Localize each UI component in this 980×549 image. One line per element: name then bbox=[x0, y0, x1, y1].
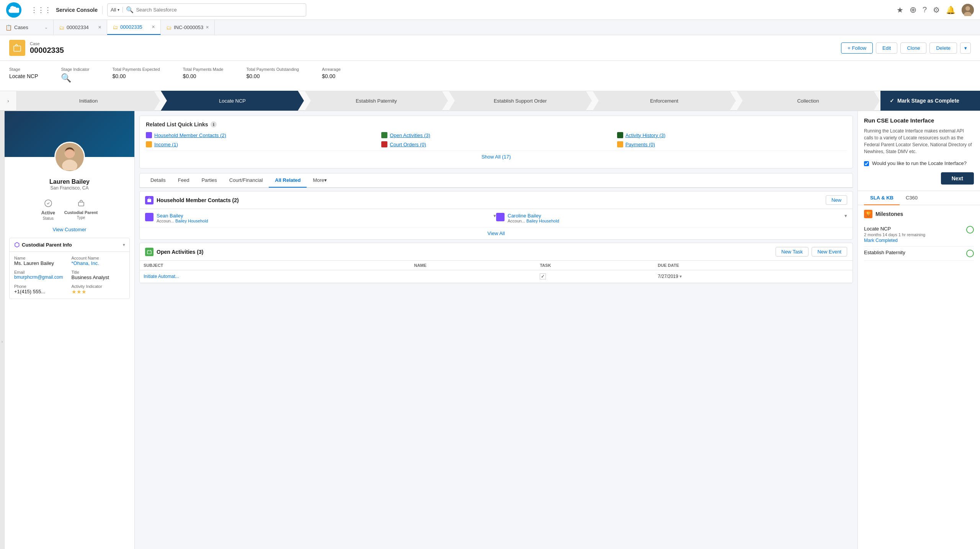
stage-step-initiation[interactable]: Initiation bbox=[17, 91, 160, 111]
ql-green-icon bbox=[381, 132, 387, 138]
tab-00002335-close[interactable]: ✕ bbox=[152, 25, 155, 29]
custodial-email-label: Email bbox=[14, 270, 68, 274]
search-scope-dropdown[interactable]: All ▾ bbox=[111, 7, 123, 13]
cse-checkbox-label: Would you like to run the Locate Interfa… bbox=[872, 160, 967, 166]
ql-activity-history[interactable]: Activity History (3) bbox=[617, 132, 846, 138]
milestone-establish-paternity-info: Establish Paternity bbox=[864, 250, 905, 255]
tab-00002335[interactable]: 🗂 00002335 ✕ bbox=[107, 20, 161, 35]
tab-court-financial[interactable]: Court/Financial bbox=[223, 173, 269, 188]
stage-step-collection[interactable]: Collection bbox=[737, 91, 880, 111]
tab-cases-close[interactable]: ⌄ bbox=[44, 25, 48, 30]
contact-caroline-dropdown[interactable]: ▾ bbox=[844, 213, 847, 219]
open-activities-icon bbox=[145, 248, 154, 256]
contact-name-sean[interactable]: Sean Bailey bbox=[157, 213, 208, 219]
tab-feed[interactable]: Feed bbox=[172, 173, 196, 188]
tab-inc-0000053[interactable]: 🗂 INC-0000053 ✕ bbox=[161, 20, 215, 35]
contact-sean-dropdown[interactable]: ▾ bbox=[493, 213, 496, 219]
activity-name bbox=[410, 270, 536, 283]
milestone-locate-ncp-link[interactable]: Mark Completed bbox=[864, 238, 925, 243]
contact-account-caroline[interactable]: Bailey Household bbox=[526, 219, 559, 223]
ql-open-activities[interactable]: Open Activities (3) bbox=[381, 132, 611, 138]
tab-more[interactable]: More▾ bbox=[307, 173, 333, 188]
c360-tab[interactable]: C360 bbox=[900, 191, 924, 205]
profile-banner bbox=[5, 111, 134, 157]
col-due-date: DUE DATE bbox=[654, 261, 853, 270]
stage-indicator-field: Stage Indicator 🔍 bbox=[61, 67, 89, 83]
search-input[interactable] bbox=[136, 7, 303, 13]
contact-name-caroline[interactable]: Caroline Bailey bbox=[508, 213, 559, 219]
custodial-collapse-btn[interactable]: ▾ bbox=[123, 243, 125, 247]
tab-cases[interactable]: 📋 Cases ⌄ bbox=[0, 20, 54, 35]
case-icon bbox=[9, 40, 25, 56]
view-customer[interactable]: View Customer bbox=[5, 224, 134, 235]
delete-button[interactable]: Delete bbox=[929, 42, 957, 54]
ql-court-orders[interactable]: Court Orders (0) bbox=[381, 141, 611, 147]
stage-step-locate-ncp[interactable]: Locate NCP bbox=[161, 91, 304, 111]
household-view-all[interactable]: View All bbox=[140, 227, 853, 239]
notifications-icon[interactable]: 🔔 bbox=[946, 5, 956, 15]
profile-info: Lauren Bailey San Francisco, CA bbox=[5, 175, 134, 195]
cse-checkbox-input[interactable] bbox=[864, 161, 869, 166]
ql-household-member-contacts[interactable]: Household Member Contacts (2) bbox=[146, 132, 375, 138]
activity-subject[interactable]: Initiate Automat... bbox=[140, 270, 410, 283]
help-icon[interactable]: ? bbox=[923, 5, 927, 14]
ql-court-orders-label: Court Orders (0) bbox=[390, 142, 426, 147]
quick-links-info-icon[interactable]: ℹ bbox=[211, 121, 217, 127]
add-icon[interactable]: ⊕ bbox=[910, 5, 916, 15]
ql-darkgreen-icon bbox=[617, 132, 623, 138]
ql-income[interactable]: Income (1) bbox=[146, 141, 375, 147]
clone-button[interactable]: Clone bbox=[900, 42, 926, 54]
settings-icon[interactable]: ⚙ bbox=[933, 5, 940, 15]
ql-payments[interactable]: Payments (0) bbox=[617, 141, 846, 147]
household-contacts-new-btn[interactable]: New bbox=[826, 195, 847, 205]
new-event-btn[interactable]: New Event bbox=[812, 247, 847, 257]
mark-stage-complete-button[interactable]: ✓ Mark Stage as Complete bbox=[880, 91, 980, 111]
total-payments-outstanding-label: Total Payments Outstanding bbox=[246, 67, 299, 72]
custodial-name-value: Ms. Lauren Bailey bbox=[14, 260, 68, 266]
tab-all-related[interactable]: All Related bbox=[269, 173, 307, 188]
stage-indicator-icon[interactable]: 🔍 bbox=[61, 73, 89, 83]
tab-inc-0000053-close[interactable]: ✕ bbox=[206, 25, 209, 30]
stage-step-enforcement[interactable]: Enforcement bbox=[593, 91, 736, 111]
household-contacts-title-text: Household Member Contacts (2) bbox=[157, 197, 239, 203]
salesforce-logo[interactable] bbox=[6, 2, 21, 18]
tab-parties[interactable]: Parties bbox=[195, 173, 223, 188]
profile-type-label: Type bbox=[77, 216, 85, 220]
contact-sub-caroline: Accoun... Bailey Household bbox=[508, 219, 559, 223]
total-payments-made-value: $0.00 bbox=[183, 73, 224, 79]
tab-00002334-close[interactable]: ✕ bbox=[98, 25, 101, 30]
stage-step-establish-paternity[interactable]: Establish Paternity bbox=[305, 91, 448, 111]
case-icon-2335: 🗂 bbox=[113, 24, 118, 30]
stage-value: Locate NCP bbox=[9, 73, 38, 79]
user-avatar[interactable] bbox=[962, 4, 974, 16]
milestone-locate-ncp-info: Locate NCP 2 months 14 days 1 hr remaini… bbox=[864, 226, 925, 243]
tab-details[interactable]: Details bbox=[144, 173, 172, 188]
profile-status-item: Active Status bbox=[41, 199, 55, 221]
activity-task[interactable]: ✓ bbox=[536, 270, 654, 283]
ql-payments-label: Payments (0) bbox=[626, 142, 655, 147]
stage-step-establish-support-order[interactable]: Establish Support Order bbox=[449, 91, 592, 111]
edit-button[interactable]: Edit bbox=[876, 42, 897, 54]
stage-nav-prev[interactable]: › bbox=[0, 91, 17, 111]
contact-account-sean[interactable]: Bailey Household bbox=[175, 219, 208, 223]
app-launcher[interactable]: ⋮⋮⋮ Service Console bbox=[26, 6, 103, 14]
follow-button[interactable]: + Follow bbox=[841, 42, 873, 54]
sla-kb-tab[interactable]: SLA & KB bbox=[864, 191, 900, 205]
profile-type-value: Custodial Parent bbox=[64, 210, 98, 215]
show-all-quick-links[interactable]: Show All (17) bbox=[146, 150, 846, 163]
custodial-account-value[interactable]: *Ohana, Inc. bbox=[72, 260, 125, 266]
milestone-locate-ncp-time: 2 months 14 days 1 hr remaining bbox=[864, 232, 925, 237]
custodial-email-value[interactable]: bmurphcrm@gmail.com bbox=[14, 274, 68, 280]
svg-point-1 bbox=[965, 6, 970, 11]
cse-next-btn[interactable]: Next bbox=[941, 172, 974, 185]
tab-00002334[interactable]: 🗂 00002334 ✕ bbox=[54, 20, 107, 35]
ql-yellow2-icon bbox=[617, 141, 623, 147]
view-customer-link[interactable]: View Customer bbox=[53, 227, 87, 232]
household-title-icon bbox=[145, 196, 154, 204]
case-icon-inc: 🗂 bbox=[166, 25, 172, 31]
stage-label: Stage bbox=[9, 67, 38, 72]
favorites-icon[interactable]: ★ bbox=[897, 5, 903, 15]
left-panel-expand-handle[interactable]: › bbox=[0, 111, 5, 549]
more-actions-button[interactable]: ▾ bbox=[960, 42, 971, 54]
new-task-btn[interactable]: New Task bbox=[776, 247, 808, 257]
